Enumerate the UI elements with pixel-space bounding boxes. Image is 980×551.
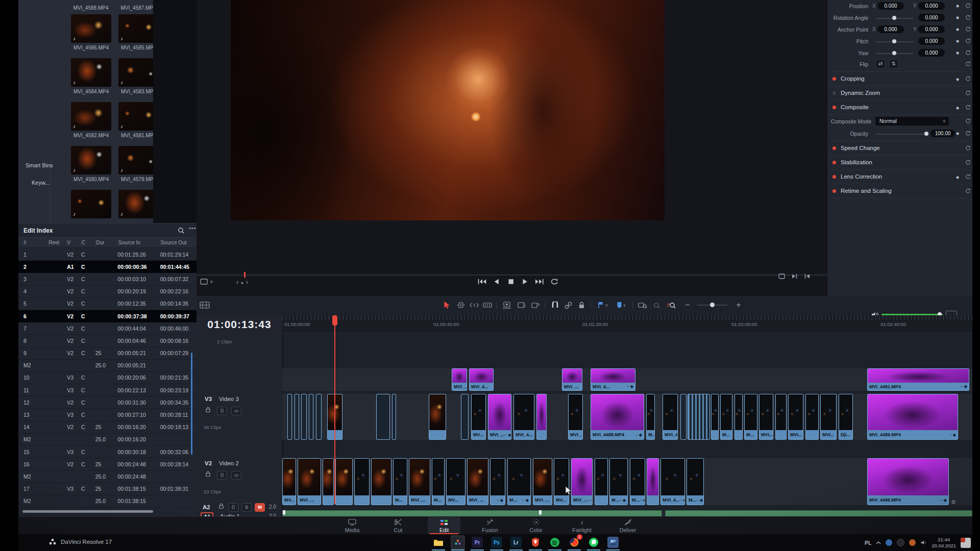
timeline-clip[interactable]: ~ ◆	[805, 394, 819, 440]
reset-icon[interactable]	[965, 50, 971, 56]
timeline-clip[interactable]: MVI_...~ ◆	[452, 368, 467, 391]
pitch-slider-handle[interactable]	[892, 39, 896, 43]
timeline-clip[interactable]: ~ ◆	[711, 394, 719, 440]
flag-button[interactable]: ∨	[596, 300, 610, 310]
keyframe-icon[interactable]: ◆	[956, 175, 959, 180]
timeline-clip[interactable]: ~ ◆	[323, 458, 334, 505]
play-button[interactable]	[521, 278, 530, 285]
timeline-clip[interactable]: MVI_4...~ ◆	[663, 394, 678, 440]
media-clip[interactable]: ♪ MVI_4580.MP4	[67, 146, 115, 190]
section-enable-toggle[interactable]	[832, 189, 836, 193]
timeline-clip[interactable]: ~ ◆	[371, 458, 391, 505]
reset-icon[interactable]	[965, 118, 971, 124]
table-row[interactable]: M2 25.0 00:00:24:48	[18, 470, 197, 483]
page-tab-fairlight[interactable]: ♪ Fairlight	[566, 517, 598, 535]
timeline-clip[interactable]: MVI...~ ◆	[759, 394, 773, 440]
viewer-jog-bar[interactable]	[197, 274, 827, 276]
keyframe-icon[interactable]: ◆	[956, 131, 959, 136]
tray-app-icon[interactable]	[897, 539, 904, 546]
timeline-timecode[interactable]: 01:00:13:43	[197, 318, 282, 331]
timeline-clip[interactable]: ~ ◆	[536, 394, 547, 440]
zoom-custom-icon[interactable]	[666, 300, 676, 310]
track-id-a2[interactable]: A2	[203, 504, 210, 510]
inspector-section[interactable]: Composite ◆	[827, 101, 973, 115]
timeline-clip[interactable]: MVI_4...~ ◆	[469, 368, 494, 391]
timeline-clip[interactable]: M...~ ◆	[687, 458, 704, 505]
taskbar-icon-photoshop[interactable]: Ps	[489, 535, 504, 549]
taskbar-icon-premiere[interactable]: Pr	[470, 535, 484, 549]
tray-speaker-icon[interactable]	[920, 540, 927, 545]
horizontal-scrollbar[interactable]	[22, 510, 153, 513]
timeline-clip[interactable]: M...~ ◆	[646, 394, 655, 440]
audio-marker[interactable]	[283, 510, 285, 515]
page-tab-media[interactable]: Media	[336, 517, 369, 535]
opacity-slider-handle[interactable]	[924, 132, 928, 136]
track-id-v2[interactable]: V2	[205, 460, 212, 466]
page-tab-deliver[interactable]: Deliver	[611, 517, 644, 535]
timeline-clip[interactable]: M...~ ◆	[393, 458, 407, 505]
taskbar-icon-photos[interactable]	[606, 535, 620, 549]
yaw-slider-handle[interactable]	[892, 51, 896, 55]
table-row[interactable]: 3 V2 C 00:00:03:10 00:00:07:32	[18, 273, 197, 285]
timeline-clip[interactable]: MVI...~ ◆	[820, 394, 837, 440]
timeline-clip[interactable]: MV...~ ◆	[446, 458, 465, 505]
track-lock-icon[interactable]	[203, 405, 213, 414]
timeline-clip[interactable]: MVI_...~ ◆	[488, 394, 511, 440]
table-row[interactable]: 9 V2 C 25 00:00:05:21 00:00:07:29	[18, 347, 197, 360]
anchor-y-field[interactable]: 0.000	[918, 26, 945, 33]
table-row[interactable]: 2 A1 C 00:00:00:36 00:01:44:45	[18, 261, 197, 273]
opacity-field[interactable]: 100.00	[930, 130, 955, 137]
keyframe-icon[interactable]: ◆	[956, 39, 959, 43]
table-row[interactable]: 7 V2 C 00:00:44:04 00:00:46:00	[18, 322, 197, 335]
timeline-clip[interactable]: ~ ◆	[316, 394, 322, 440]
search-icon[interactable]	[178, 227, 185, 234]
loop-button[interactable]	[550, 278, 559, 285]
table-row[interactable]: 4 V2 C 00:00:20:19 00:00:22:16	[18, 286, 197, 298]
reset-icon[interactable]	[965, 76, 971, 82]
playhead-handle[interactable]	[332, 315, 337, 325]
timeline-ruler[interactable]: 01:00:00:0001:00:40:0001:01:20:0001:02:0…	[282, 315, 972, 333]
timeline-clip[interactable]: MVI_...~ ◆	[298, 458, 321, 505]
timeline-clip[interactable]: ~ ◆	[335, 458, 353, 505]
position-y-field[interactable]: 0.000	[918, 2, 945, 10]
home-icon[interactable]: ⌂	[935, 499, 939, 505]
timeline-clip[interactable]: MVI...~ ◆	[788, 394, 803, 440]
table-row[interactable]: 1 V2 C 00:01:25:26 00:01:29:14	[18, 248, 197, 261]
column-header[interactable]: V	[67, 240, 81, 246]
page-tab-cut[interactable]: Cut	[382, 517, 414, 535]
rotation-field[interactable]: 0.000	[918, 14, 945, 21]
tray-expand-icon[interactable]	[876, 541, 881, 544]
timeline-clip[interactable]: ~ ◆	[734, 394, 743, 440]
rotation-slider-handle[interactable]	[892, 16, 896, 20]
tray-app-icon[interactable]	[886, 539, 892, 546]
column-header[interactable]: #	[18, 240, 48, 246]
overwrite-clip-icon[interactable]	[516, 300, 526, 310]
table-row[interactable]: M2 25.0 00:00:05:21	[18, 360, 197, 372]
column-header[interactable]: C	[81, 240, 95, 246]
reset-icon[interactable]	[965, 160, 971, 165]
position-lock-icon[interactable]	[576, 300, 586, 310]
dynamic-trim-mode-icon[interactable]	[469, 300, 479, 310]
inspector-section[interactable]: Stabilization ◆	[827, 156, 973, 170]
inspector-section[interactable]: Retime and Scaling ◆	[827, 184, 973, 198]
composite-mode-dropdown[interactable]: Normal ∨	[875, 117, 949, 126]
notification-center-icon[interactable]	[961, 538, 971, 548]
replace-clip-icon[interactable]	[530, 300, 541, 310]
taskbar-icon-resolve[interactable]	[451, 535, 465, 549]
table-row[interactable]: 15 V3 C 00:00:30:18 00:00:32:06	[18, 446, 197, 458]
mute-button[interactable]: M	[255, 503, 265, 512]
zoom-slider-handle[interactable]	[710, 303, 715, 307]
inspector-section[interactable]: Speed Change ◆	[827, 141, 973, 156]
timeline-clip[interactable]: ~ ◆	[429, 394, 446, 440]
timeline-clip[interactable]: ~ ◆	[287, 394, 292, 440]
timeline-clip[interactable]: MVI_4496.MP4~ ◆	[867, 458, 949, 505]
gear-icon[interactable]: ⚙	[951, 499, 956, 506]
reset-icon[interactable]	[965, 174, 971, 180]
audio-clip[interactable]: AVEIRA---Inferno.wav	[665, 510, 972, 516]
timeline-clip[interactable]: M...~ ◆	[630, 458, 645, 505]
reset-icon[interactable]	[965, 38, 971, 44]
reset-icon[interactable]	[965, 145, 971, 151]
table-row[interactable]: M2 25.0 00:00:16:20	[18, 434, 197, 446]
gang-controls[interactable]: ‹●›	[236, 279, 251, 286]
blade-edit-mode-icon[interactable]	[482, 300, 493, 310]
